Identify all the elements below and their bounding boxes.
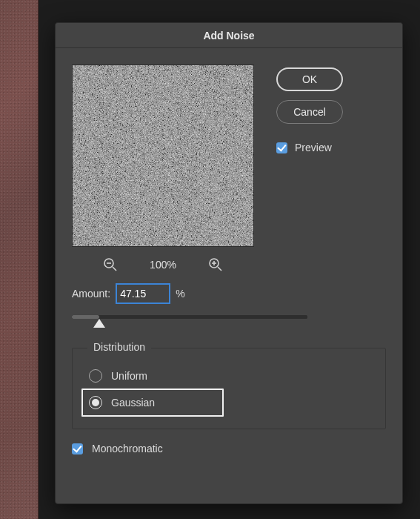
zoom-in-icon	[208, 257, 223, 272]
slider-thumb[interactable]	[93, 319, 105, 328]
dialog-title: Add Noise	[56, 23, 402, 48]
preview-toggle[interactable]: Preview	[276, 142, 332, 153]
amount-unit: %	[176, 288, 184, 300]
monochromatic-checkbox[interactable]	[72, 443, 83, 454]
workspace: Add Noise	[39, 0, 420, 519]
radio-uniform-dot[interactable]	[89, 369, 102, 383]
radio-uniform[interactable]: Uniform	[86, 363, 372, 389]
dialog-buttons: OK Cancel Preview	[276, 65, 343, 153]
radio-gaussian-dot[interactable]	[89, 396, 102, 409]
monochromatic-toggle[interactable]: Monochromatic	[72, 443, 386, 454]
ok-button[interactable]: OK	[276, 67, 343, 91]
preview-thumbnail[interactable]	[72, 65, 254, 247]
svg-line-3	[113, 267, 116, 271]
distribution-legend: Distribution	[87, 341, 151, 353]
preview-checkbox[interactable]	[276, 142, 287, 153]
amount-slider[interactable]	[72, 311, 307, 330]
amount-input[interactable]	[116, 284, 170, 303]
preview-label: Preview	[295, 142, 332, 153]
zoom-out-icon	[103, 257, 118, 272]
amount-label: Amount:	[72, 288, 110, 300]
radio-uniform-label: Uniform	[111, 370, 147, 382]
amount-row: Amount: %	[72, 284, 386, 303]
zoom-level: 100%	[150, 259, 176, 271]
cancel-button[interactable]: Cancel	[276, 100, 343, 124]
zoom-out-button[interactable]	[102, 257, 119, 273]
dialog-content: 100% OK Cancel Preview	[56, 48, 402, 503]
canvas-texture-sample	[0, 0, 39, 519]
monochromatic-label: Monochromatic	[92, 443, 163, 454]
svg-rect-1	[73, 65, 253, 246]
noise-preview	[73, 65, 253, 246]
add-noise-dialog: Add Noise	[55, 22, 403, 504]
radio-gaussian[interactable]: Gaussian	[81, 389, 224, 417]
slider-track	[72, 315, 307, 319]
zoom-controls: 100%	[72, 250, 254, 280]
zoom-in-button[interactable]	[207, 257, 224, 273]
distribution-group: Distribution Uniform Gaussian	[72, 348, 386, 429]
radio-gaussian-label: Gaussian	[111, 397, 155, 409]
svg-line-6	[218, 267, 221, 271]
